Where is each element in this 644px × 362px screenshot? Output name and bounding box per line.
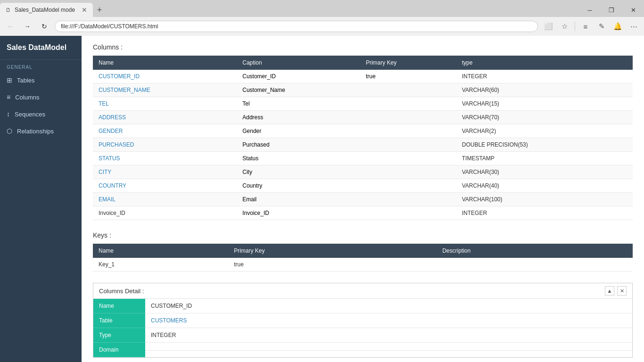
relationships-icon: ⬡: [7, 127, 12, 135]
sidebar-item-tables-label: Tables: [17, 77, 35, 84]
table-row[interactable]: CUSTOMER_NAME Customer_Name VARCHAR(60): [93, 83, 633, 97]
tab-bar: 🗋 Sales_DataModel mode ✕ + ─ ❐ ✕: [0, 0, 644, 17]
window-controls: ─ ❐ ✕: [579, 3, 644, 17]
table-row[interactable]: CITY City VARCHAR(30): [93, 165, 633, 179]
tab-close-button[interactable]: ✕: [82, 6, 87, 14]
main-content: Columns : Name Caption Primary Key type …: [82, 36, 644, 362]
table-row[interactable]: EMAIL Email VARCHAR(100): [93, 193, 633, 206]
table-row[interactable]: ADDRESS Address VARCHAR(70): [93, 111, 633, 124]
cell-primarykey: [360, 83, 456, 97]
cell-caption: Customer_ID: [237, 70, 360, 83]
cell-caption: Address: [237, 111, 360, 124]
detail-label: Domain: [93, 343, 145, 357]
cell-type: VARCHAR(2): [456, 124, 633, 138]
cell-primarykey: [360, 193, 456, 206]
sidebar-general-label: GENERAL: [0, 60, 82, 72]
columns-detail-section: Columns Detail : ▲ ✕ NameTableTypeDomain…: [93, 283, 633, 358]
app-body: Sales DataModel GENERAL ⊞ Tables ≡ Colum…: [0, 36, 644, 362]
notifications-icon[interactable]: 🔔: [611, 20, 624, 33]
cell-name: GENDER: [93, 124, 237, 138]
forward-button[interactable]: →: [21, 20, 34, 33]
close-button[interactable]: ✕: [622, 3, 644, 17]
cell-name: CUSTOMER_ID: [93, 70, 237, 83]
address-bar[interactable]: file:///F:/DataModel/CUSTOMERS.html: [55, 21, 538, 32]
settings-icon[interactable]: ≡: [579, 20, 592, 33]
cell-name: EMAIL: [93, 193, 237, 206]
sidebar: Sales DataModel GENERAL ⊞ Tables ≡ Colum…: [0, 36, 82, 362]
cell-primarykey: [360, 97, 456, 111]
detail-value: CUSTOMERS: [145, 313, 632, 328]
cell-caption: Invoice_ID: [237, 206, 360, 220]
table-row[interactable]: Invoice_ID Invoice_ID INTEGER: [93, 206, 633, 220]
tab-title: Sales_DataModel mode: [15, 7, 75, 13]
table-row[interactable]: CUSTOMER_ID Customer_ID true INTEGER: [93, 70, 633, 83]
cell-type: DOUBLE PRECISION(53): [456, 138, 633, 152]
reader-view-icon[interactable]: ⬜: [542, 20, 555, 33]
cell-type: INTEGER: [456, 70, 633, 83]
sequences-icon: ↕: [7, 110, 10, 118]
key-cell-primarykey: true: [228, 258, 437, 272]
key-header-primarykey: Primary Key: [228, 244, 437, 258]
more-icon[interactable]: ⋯: [627, 20, 640, 33]
restore-button[interactable]: ❐: [601, 3, 622, 17]
detail-label: Table: [93, 313, 145, 328]
cell-caption: Tel: [237, 97, 360, 111]
columns-detail-body: NameTableTypeDomain CUSTOMER_IDCUSTOMERS…: [93, 299, 632, 357]
cell-caption: Gender: [237, 124, 360, 138]
tab-icon: 🗋: [6, 7, 11, 13]
cell-type: VARCHAR(15): [456, 97, 633, 111]
columns-table: Name Caption Primary Key type CUSTOMER_I…: [93, 56, 633, 220]
sidebar-title: Sales DataModel: [0, 36, 82, 60]
detail-label: Name: [93, 299, 145, 313]
cell-type: VARCHAR(70): [456, 111, 633, 124]
detail-value: CUSTOMER_ID: [145, 299, 632, 313]
cell-caption: Purchased: [237, 138, 360, 152]
col-header-type: type: [456, 56, 633, 70]
sidebar-item-columns-label: Columns: [15, 94, 39, 101]
cell-type: VARCHAR(30): [456, 165, 633, 179]
cell-name: COUNTRY: [93, 179, 237, 193]
cell-caption: Customer_Name: [237, 83, 360, 97]
keys-section-label: Keys :: [93, 231, 633, 239]
table-row[interactable]: TEL Tel VARCHAR(15): [93, 97, 633, 111]
cell-primarykey: true: [360, 70, 456, 83]
toolbar-separator: [575, 22, 575, 31]
table-row[interactable]: STATUS Status TIMESTAMP: [93, 152, 633, 165]
cell-primarykey: [360, 124, 456, 138]
cell-type: VARCHAR(100): [456, 193, 633, 206]
favorites-icon[interactable]: ☆: [558, 20, 571, 33]
key-cell-description: [437, 258, 633, 272]
columns-detail-header: Columns Detail : ▲ ✕: [93, 283, 632, 299]
cell-primarykey: [360, 179, 456, 193]
new-tab-button[interactable]: +: [93, 3, 106, 16]
detail-value: [145, 343, 632, 351]
browser-tab[interactable]: 🗋 Sales_DataModel mode ✕: [0, 3, 93, 17]
sidebar-item-columns[interactable]: ≡ Columns: [0, 89, 82, 106]
table-row[interactable]: COUNTRY Country VARCHAR(40): [93, 179, 633, 193]
detail-controls: ▲ ✕: [605, 286, 627, 296]
detail-close-button[interactable]: ✕: [617, 286, 627, 296]
sidebar-item-tables[interactable]: ⊞ Tables: [0, 72, 82, 89]
reload-button[interactable]: ↻: [38, 20, 51, 33]
back-button[interactable]: ←: [4, 20, 17, 33]
cell-name: STATUS: [93, 152, 237, 165]
detail-label-column: NameTableTypeDomain: [93, 299, 145, 357]
collapse-button[interactable]: ▲: [605, 286, 614, 296]
detail-value: INTEGER: [145, 328, 632, 343]
cell-primarykey: [360, 206, 456, 220]
table-row[interactable]: Key_1 true: [93, 258, 633, 272]
cell-caption: Status: [237, 152, 360, 165]
minimize-button[interactable]: ─: [579, 3, 601, 17]
table-row[interactable]: GENDER Gender VARCHAR(2): [93, 124, 633, 138]
sidebar-item-relationships[interactable]: ⬡ Relationships: [0, 123, 82, 140]
col-header-caption: Caption: [237, 56, 360, 70]
key-header-description: Description: [437, 244, 633, 258]
cell-primarykey: [360, 138, 456, 152]
cell-type: TIMESTAMP: [456, 152, 633, 165]
cell-type: VARCHAR(60): [456, 83, 633, 97]
edit-icon[interactable]: ✎: [595, 20, 608, 33]
sidebar-item-sequences[interactable]: ↕ Sequences: [0, 106, 82, 123]
cell-name: Invoice_ID: [93, 206, 237, 220]
keys-table: Name Primary Key Description Key_1 true: [93, 244, 633, 272]
table-row[interactable]: PURCHASED Purchased DOUBLE PRECISION(53): [93, 138, 633, 152]
